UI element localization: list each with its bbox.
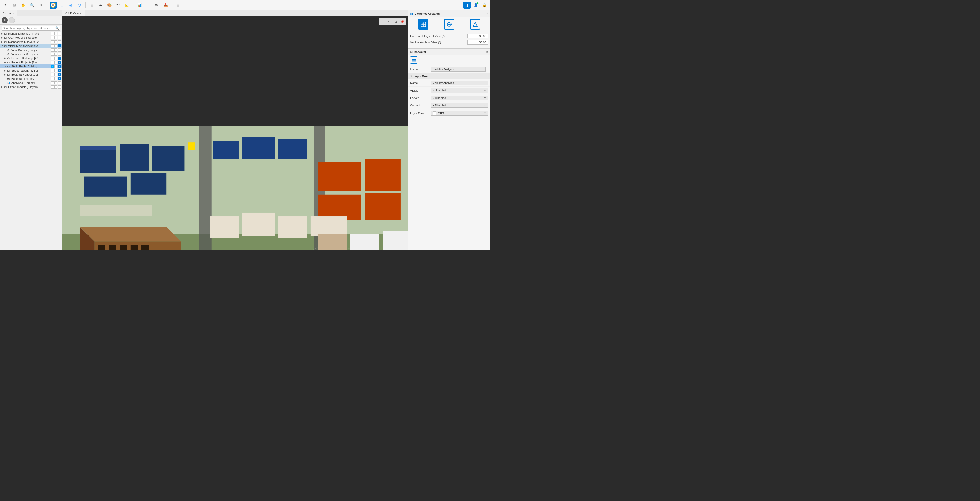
check1[interactable]: ✓ — [51, 65, 54, 68]
check1[interactable] — [51, 73, 54, 76]
scene-layer-btn[interactable]: ≡ — [2, 17, 8, 23]
check1[interactable] — [51, 45, 54, 48]
check3[interactable]: ✓ — [58, 45, 61, 48]
check1[interactable] — [51, 81, 54, 84]
check3[interactable]: ✓ — [58, 65, 61, 68]
view-grid-btn[interactable]: ⊞ — [393, 19, 398, 24]
check2[interactable] — [54, 52, 57, 56]
account-btn[interactable]: 👤 — [472, 2, 479, 9]
shape-btn[interactable]: ⬡ — [76, 2, 83, 9]
layer-bookmark-label[interactable]: ▶ 🗂 Bookmark Label [1 ot ✓ — [0, 73, 62, 77]
view-layers-btn[interactable]: ≡ — [379, 19, 385, 24]
check2[interactable] — [54, 73, 57, 76]
check3[interactable]: ✓ — [58, 69, 61, 72]
inspector-layer-icon[interactable] — [410, 56, 417, 64]
layer-recent-projects[interactable]: ▶ 🗂 Recent Projects [2 ob ✓ — [0, 60, 62, 64]
check2[interactable] — [54, 69, 57, 72]
vertical-angle-input[interactable] — [468, 40, 488, 45]
check2[interactable] — [54, 32, 57, 35]
check1[interactable] — [51, 61, 54, 64]
fit-view-btn[interactable]: ⊡ — [11, 2, 18, 9]
inspector-name-input[interactable] — [431, 67, 486, 72]
check3[interactable] — [58, 86, 61, 89]
layer-view-domes[interactable]: 👁 View Domes [0 objec — [0, 48, 62, 52]
check1[interactable] — [51, 40, 54, 43]
horizontal-angle-input[interactable] — [468, 34, 488, 38]
layer-manual-drawings[interactable]: ▶ 🗂 Manual Drawings [4 laye — [0, 32, 62, 36]
check2[interactable] — [54, 40, 57, 43]
layer-visibility-analysis[interactable]: ▼ 🗂 Visibility Analysis [9 laye ✓ — [0, 44, 62, 48]
check3[interactable]: ✓ — [58, 77, 61, 80]
expand-icon[interactable]: ▶ — [1, 41, 4, 43]
layer-viewsheds[interactable]: 👁 Viewsheds [0 objects — [0, 52, 62, 56]
sphere-btn[interactable]: ◉ — [67, 2, 74, 9]
road-tool-btn[interactable]: ⊞ — [88, 2, 95, 9]
prop-locked-dropdown[interactable]: × Disabled ▼ — [431, 96, 488, 100]
check1[interactable] — [51, 48, 54, 52]
layer-basemap[interactable]: 🗺 Basemap Imagery ✓ — [0, 77, 62, 81]
ruler-tool-btn[interactable]: 📐 — [123, 2, 130, 9]
scene-canvas[interactable]: CITYENGINE TOUR VISIBILITY ANALYSIS — [62, 16, 408, 250]
viewshed-active-btn[interactable]: ◨ — [463, 2, 471, 9]
navigate-btn[interactable]: 🧭 — [49, 2, 57, 9]
zoom-in-btn[interactable]: 🔍 — [28, 2, 35, 9]
curve-tool-btn[interactable]: 〜 — [115, 2, 122, 9]
check3[interactable]: ✓ — [58, 73, 61, 76]
chart-tool-btn[interactable]: 📊 — [136, 2, 143, 9]
check3[interactable]: ✓ — [58, 57, 61, 60]
check1[interactable] — [51, 77, 54, 80]
grid-btn[interactable]: ⊞ — [175, 2, 181, 9]
check2[interactable] — [54, 48, 57, 52]
check2[interactable] — [54, 86, 57, 89]
check2[interactable] — [54, 65, 57, 68]
check2[interactable] — [54, 45, 57, 48]
check3[interactable] — [58, 36, 61, 39]
check1[interactable] — [51, 52, 54, 56]
view-bookmark-btn[interactable]: 📌 — [399, 19, 405, 24]
viewshed-main-btn[interactable] — [418, 19, 428, 30]
view-3d-tab[interactable]: ⬡ 3D View × — [62, 10, 85, 16]
prop-name-value[interactable]: Visibility Analysis — [431, 81, 488, 85]
check3[interactable] — [58, 48, 61, 52]
layer-existing-buildings[interactable]: ▶ 🗂 Existing Buildings [23 ✓ — [0, 56, 62, 60]
check2[interactable] — [54, 36, 57, 39]
view-visibility-btn[interactable]: 👁 — [386, 19, 392, 24]
check1[interactable] — [51, 57, 54, 60]
inspector-scroll-btn[interactable]: ↕ — [487, 68, 488, 71]
scene-tab[interactable]: *Scene × — [0, 10, 17, 16]
hand-tool-btn[interactable]: ✋ — [19, 2, 27, 9]
scatter-tool-btn[interactable]: ⋮ — [145, 2, 152, 9]
expand-icon[interactable]: ▶ — [1, 37, 4, 39]
prop-color-dropdown[interactable]: #ffffff ▼ — [431, 111, 488, 116]
paint-tool-btn[interactable]: 🎨 — [106, 2, 113, 9]
check1[interactable] — [51, 32, 54, 35]
view-3d-close[interactable]: × — [80, 12, 81, 14]
layer-dashboards[interactable]: ▶ 🗂 Dashboards [3 layers | 2' — [0, 40, 62, 44]
viewshed-close-btn[interactable]: × — [487, 12, 488, 15]
check1[interactable] — [51, 69, 54, 72]
inspector-close-btn[interactable]: × — [487, 50, 488, 53]
expand-icon[interactable]: ▼ — [1, 45, 4, 47]
check1[interactable] — [51, 86, 54, 89]
layer-cga-model[interactable]: ▶ 🗂 CGA Model & Inspector — [0, 36, 62, 40]
check3[interactable] — [58, 32, 61, 35]
scene-tab-close[interactable]: × — [13, 12, 14, 14]
layer-static-public[interactable]: ▼ 🗂 Static Public Building: ✓ ✓ — [0, 64, 62, 68]
check1[interactable] — [51, 36, 54, 39]
layer-search-input[interactable] — [3, 27, 56, 30]
expand-icon[interactable]: ▶ — [4, 73, 7, 76]
check3[interactable] — [58, 40, 61, 43]
layer-streetnetwork[interactable]: ▶ 🗂 Streetnetwork [874 ol ✓ — [0, 68, 62, 73]
select-tool-btn[interactable]: ↖ — [2, 2, 9, 9]
viewshed-target-btn[interactable] — [444, 19, 454, 30]
viewshed-cone-btn[interactable] — [470, 19, 480, 30]
layer-group-header[interactable]: ▼ Layer Group — [408, 73, 490, 79]
scene-add-btn[interactable]: + — [9, 17, 15, 23]
visibility-tool-btn[interactable]: 👁 — [153, 2, 160, 9]
check2[interactable] — [54, 81, 57, 84]
box-btn[interactable]: ◫ — [58, 2, 65, 9]
export-tool-btn[interactable]: 📤 — [162, 2, 169, 9]
check3[interactable] — [58, 81, 61, 84]
layer-analyses[interactable]: 📊 Analyses [1 object] — [0, 81, 62, 85]
check3[interactable] — [58, 52, 61, 56]
